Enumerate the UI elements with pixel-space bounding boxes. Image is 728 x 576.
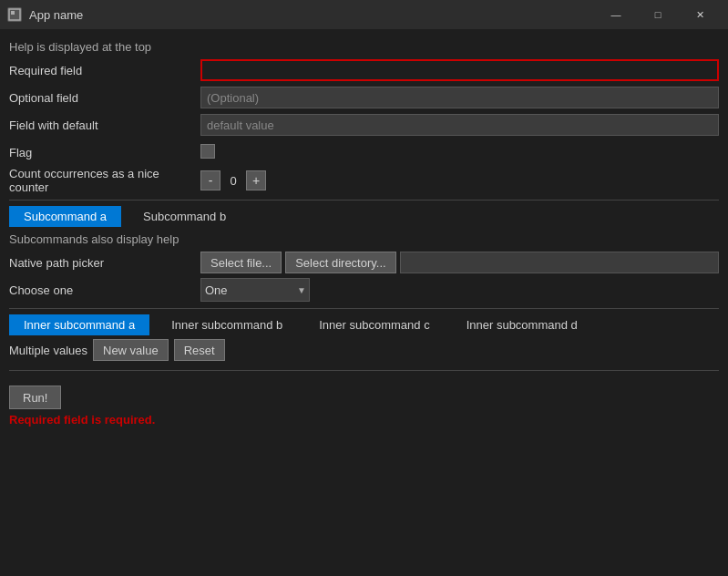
optional-field-input[interactable]: [200, 87, 719, 108]
flag-row: Flag: [9, 139, 719, 165]
counter: - 0 +: [200, 170, 719, 190]
field-with-default-label: Field with default: [9, 118, 200, 132]
titlebar: App name — □ ✕: [0, 0, 728, 29]
inner-subcommand-d-tab[interactable]: Inner subcommand d: [452, 314, 592, 335]
count-row: Count occurrences as a nice counter - 0 …: [9, 167, 719, 194]
reset-button[interactable]: Reset: [174, 339, 225, 361]
required-field-control: [200, 59, 719, 81]
select-file-button[interactable]: Select file...: [200, 252, 282, 273]
multiple-values-row: Multiple values New value Reset: [9, 339, 719, 361]
count-control: - 0 +: [200, 170, 719, 190]
choose-one-select[interactable]: One Two Three: [200, 278, 310, 302]
choose-one-row: Choose one One Two Three ▼: [9, 277, 719, 303]
svg-rect-1: [11, 11, 15, 15]
choose-one-label: Choose one: [9, 283, 200, 297]
run-button[interactable]: Run!: [9, 386, 61, 409]
new-value-button[interactable]: New value: [93, 339, 169, 361]
field-with-default-input[interactable]: [200, 114, 719, 136]
required-field-label: Required field: [9, 64, 200, 77]
native-path-control: Select file... Select directory...: [200, 252, 719, 273]
close-button[interactable]: ✕: [679, 0, 721, 29]
main-content: Help is displayed at the top Required fi…: [0, 29, 728, 434]
error-message: Required field is required.: [9, 413, 719, 427]
app-icon: [7, 7, 22, 22]
flag-checkbox[interactable]: [200, 144, 215, 159]
inner-subcommand-bar: Inner subcommand a Inner subcommand b In…: [9, 314, 719, 335]
field-with-default-control: [200, 114, 719, 136]
subcommand-bar: Subcommand a Subcommand b: [9, 206, 719, 227]
inner-subcommand-b-tab[interactable]: Inner subcommand b: [157, 314, 297, 335]
select-directory-button[interactable]: Select directory...: [285, 252, 395, 273]
multiple-values-label: Multiple values: [9, 344, 87, 357]
native-path-row: Native path picker Select file... Select…: [9, 250, 719, 275]
app-title: App name: [29, 8, 595, 22]
minimize-button[interactable]: —: [595, 0, 637, 29]
optional-field-control: [200, 87, 719, 108]
flag-control: [200, 144, 719, 161]
native-path-label: Native path picker: [9, 256, 200, 270]
inner-subcommand-a-tab[interactable]: Inner subcommand a: [9, 314, 149, 335]
counter-plus-button[interactable]: +: [246, 170, 266, 190]
required-field-row: Required field: [9, 57, 719, 83]
optional-field-label: Optional field: [9, 91, 200, 105]
required-field-input[interactable]: [200, 59, 719, 81]
divider-1: [9, 200, 719, 201]
subcommand-b-tab[interactable]: Subcommand b: [128, 206, 241, 227]
field-with-default-row: Field with default: [9, 112, 719, 138]
divider-3: [9, 370, 719, 371]
subcommands-help: Subcommands also display help: [9, 231, 719, 250]
counter-minus-button[interactable]: -: [200, 170, 220, 190]
choose-one-dropdown-wrapper: One Two Three ▼: [200, 278, 310, 302]
inner-subcommand-c-tab[interactable]: Inner subcommand c: [304, 314, 444, 335]
choose-one-control: One Two Three ▼: [200, 278, 719, 302]
counter-value: 0: [224, 174, 242, 188]
optional-field-row: Optional field: [9, 85, 719, 110]
maximize-button[interactable]: □: [637, 0, 679, 29]
flag-label: Flag: [9, 146, 200, 159]
subcommand-a-tab[interactable]: Subcommand a: [9, 206, 121, 227]
window-controls: — □ ✕: [595, 0, 721, 29]
help-text: Help is displayed at the top: [9, 36, 719, 57]
path-picker: Select file... Select directory...: [200, 252, 719, 273]
count-label: Count occurrences as a nice counter: [9, 167, 200, 194]
path-display: [400, 252, 719, 273]
divider-2: [9, 308, 719, 309]
